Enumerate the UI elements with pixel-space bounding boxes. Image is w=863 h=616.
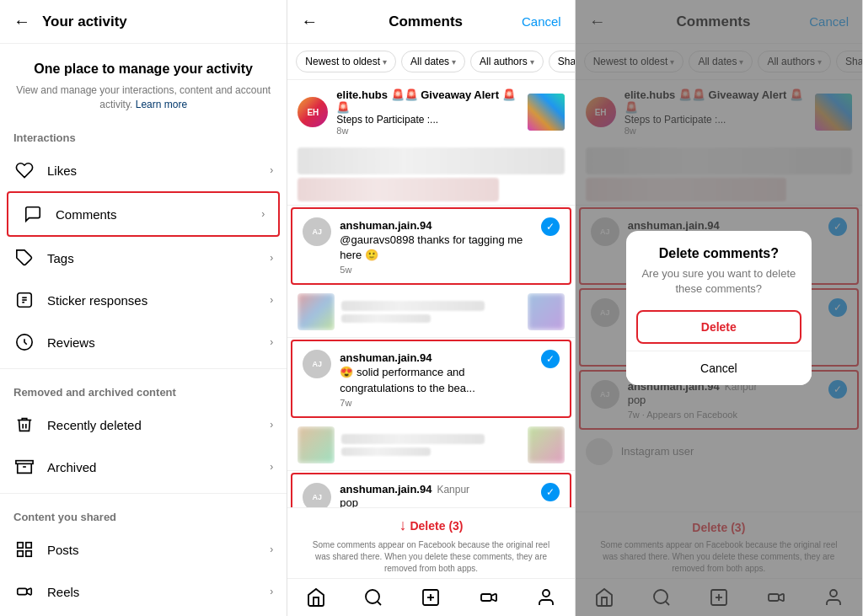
comment-item[interactable]: AJ anshuman.jain.94 😍 solid performance … [291, 340, 571, 417]
likes-label: Likes [47, 163, 270, 178]
post-header-row: EH elite.hubs 🚨🚨 Giveaway Alert 🚨🚨 Steps… [287, 80, 574, 144]
sidebar-item-archived[interactable]: Archived › [0, 446, 287, 488]
recently-deleted-label: Recently deleted [47, 418, 270, 432]
filter-newest[interactable]: Newest to oldest ▾ [296, 51, 396, 72]
profile-nav-icon[interactable] [534, 586, 558, 609]
interactions-section-label: Interactions [0, 120, 287, 149]
svg-rect-6 [16, 461, 33, 464]
reviews-icon [13, 331, 35, 353]
chevron-right-icon: › [270, 294, 273, 306]
posts-label: Posts [47, 543, 270, 557]
your-activity-panel: ← Your activity One place to manage your… [0, 0, 287, 616]
delete-bottom-bar: ↓ Delete (3) Some comments appear on Fac… [287, 507, 574, 578]
comment-location: Kanpur [437, 484, 469, 495]
panel2-title: Comments [330, 13, 522, 30]
tag-icon [13, 247, 35, 269]
comments-list: EH elite.hubs 🚨🚨 Giveaway Alert 🚨🚨 Steps… [287, 80, 574, 507]
modal-overlay[interactable]: Delete comments? Are you sure you want t… [576, 0, 862, 616]
chevron-right-icon: › [270, 544, 273, 555]
svg-rect-8 [18, 543, 23, 548]
comment-text: pop [340, 495, 532, 507]
commenter-username: anshuman.jain.94 [340, 219, 432, 232]
delete-modal: Delete comments? Are you sure you want t… [626, 231, 812, 385]
svg-line-14 [378, 602, 381, 605]
comments-label: Comments [56, 207, 261, 222]
blurred-content-2 [297, 178, 498, 201]
search-nav-icon[interactable] [362, 586, 385, 609]
modal-title: Delete comments? [626, 231, 812, 266]
sidebar-item-posts[interactable]: Posts › [0, 528, 287, 570]
chevron-down-icon: ▾ [452, 57, 456, 67]
thumbnail-image [528, 94, 565, 131]
filter-authors[interactable]: All authors ▾ [470, 51, 544, 72]
post-info: elite.hubs 🚨🚨 Giveaway Alert 🚨🚨 Steps to… [336, 88, 518, 136]
reels-nav-icon[interactable] [477, 586, 501, 609]
sidebar-item-likes[interactable]: Likes › [0, 149, 287, 191]
comment-item[interactable]: AJ anshuman.jain.94 Kanpur pop 7w Appear… [291, 473, 571, 507]
panel1-title: Your activity [42, 13, 127, 30]
filter-shared[interactable]: Shared [549, 51, 575, 72]
filter-row: Newest to oldest ▾ All dates ▾ All autho… [287, 44, 574, 80]
panel2-cancel-button[interactable]: Cancel [522, 14, 561, 29]
chevron-down-icon: ▾ [530, 57, 534, 67]
home-nav-icon[interactable] [304, 586, 328, 609]
reels-label: Reels [47, 585, 270, 599]
chevron-right-icon: › [270, 164, 273, 176]
modal-cancel-button[interactable]: Cancel [626, 351, 812, 385]
blurred-thumb-2 [528, 293, 565, 330]
chevron-right-icon: › [261, 208, 265, 220]
divider-1 [0, 368, 287, 369]
post-block: EH elite.hubs 🚨🚨 Giveaway Alert 🚨🚨 Steps… [287, 80, 574, 206]
commenter-avatar: AJ [303, 483, 331, 507]
hero-section: One place to manage your activity View a… [0, 44, 287, 120]
check-selected-icon[interactable]: ✓ [541, 217, 560, 236]
hero-title: One place to manage your activity [13, 61, 273, 78]
svg-rect-18 [481, 594, 491, 601]
post-thumbnail [528, 94, 565, 131]
comment-meta: 7w [340, 398, 532, 408]
comments-modal-panel: ← Comments Cancel Newest to oldest ▾ All… [576, 0, 863, 616]
post-block-3 [287, 420, 574, 471]
comment-meta: 5w [340, 265, 532, 275]
delete-button-row: ↓ Delete (3) [297, 517, 564, 534]
commenter-username: anshuman.jain.94 [340, 483, 432, 495]
panel2-back-icon[interactable]: ← [301, 12, 318, 31]
comment-icon [22, 203, 44, 225]
modal-delete-button[interactable]: Delete [636, 310, 801, 344]
blurred-content-1 [297, 147, 564, 174]
hero-subtitle: View and manage your interactions, conte… [13, 83, 273, 112]
svg-point-19 [543, 590, 549, 597]
comments-panel: ← Comments Cancel Newest to oldest ▾ All… [287, 0, 575, 616]
create-nav-icon[interactable] [419, 586, 442, 609]
blurred-thumb-4 [528, 426, 565, 463]
chevron-down-icon: ▾ [383, 57, 387, 67]
back-arrow-icon[interactable]: ← [13, 12, 30, 31]
post-avatar: EH [297, 97, 328, 127]
comment-content: anshuman.jain.94 😍 solid performance and… [340, 350, 532, 407]
delete-note: Some comments appear on Facebook because… [297, 539, 564, 575]
commenter-avatar: AJ [303, 217, 331, 246]
modal-subtitle: Are you sure you want to delete these co… [626, 266, 812, 310]
reels-icon [13, 581, 35, 603]
arrow-down-icon: ↓ [399, 517, 406, 534]
sidebar-item-comments[interactable]: Comments › [7, 191, 280, 237]
bottom-nav [287, 578, 574, 616]
divider-2 [0, 493, 287, 494]
sidebar-item-recently-deleted[interactable]: Recently deleted › [0, 404, 287, 446]
check-selected-icon[interactable]: ✓ [541, 483, 560, 501]
delete-count-button[interactable]: Delete (3) [410, 519, 463, 533]
sidebar-item-sticker-responses[interactable]: Sticker responses › [0, 279, 287, 321]
svg-rect-11 [18, 551, 23, 556]
sidebar-item-reels[interactable]: Reels › [0, 570, 287, 613]
filter-dates[interactable]: All dates ▾ [401, 51, 465, 72]
comment-item[interactable]: AJ anshuman.jain.94 @gauravs0898 thanks … [291, 207, 571, 285]
trash-icon [13, 414, 35, 436]
sidebar-item-reviews[interactable]: Reviews › [0, 321, 287, 363]
check-selected-icon[interactable]: ✓ [541, 350, 560, 368]
commenter-avatar: AJ [303, 350, 331, 378]
blurred-thumb-1 [297, 293, 335, 330]
learn-more-link[interactable]: Learn more [136, 99, 187, 110]
sidebar-item-tags[interactable]: Tags › [0, 237, 287, 279]
chevron-right-icon: › [270, 461, 273, 473]
panel1-header: ← Your activity [0, 0, 287, 44]
